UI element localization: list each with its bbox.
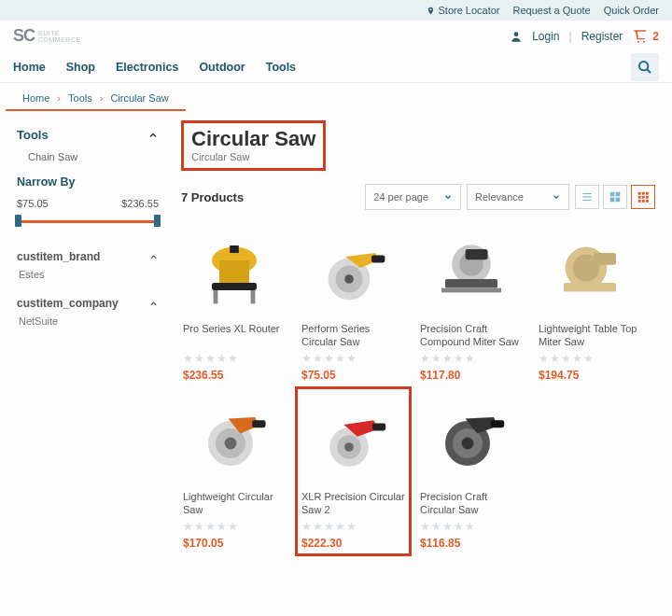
- product-card[interactable]: Lightweight Circular Saw ★★★★★ $170.05: [181, 391, 288, 552]
- nav-home[interactable]: Home: [13, 61, 46, 74]
- product-card[interactable]: Pro Series XL Router ★★★★★ $236.55: [181, 223, 288, 384]
- per-page-select[interactable]: 24 per page: [365, 184, 461, 210]
- svg-point-44: [344, 442, 354, 452]
- login-link[interactable]: Login: [532, 30, 559, 43]
- product-card[interactable]: XLR Precision Circular Saw 2 ★★★★★ $222.…: [300, 391, 407, 552]
- product-card[interactable]: Precision Craft Circular Saw ★★★★★ $116.…: [418, 391, 525, 552]
- svg-rect-9: [616, 198, 621, 203]
- nav-outdoor[interactable]: Outdoor: [199, 61, 245, 74]
- svg-rect-7: [616, 192, 621, 197]
- product-card[interactable]: Lightweight Table Top Miter Saw ★★★★★ $1…: [537, 223, 644, 384]
- price-slider[interactable]: [17, 213, 159, 230]
- view-list-button[interactable]: [575, 185, 599, 209]
- user-icon: [510, 30, 523, 43]
- request-quote-link[interactable]: Request a Quote: [513, 5, 591, 16]
- slider-handle-max[interactable]: [154, 215, 161, 227]
- page-title: Circular Saw: [191, 127, 315, 151]
- price-max: $236.55: [121, 198, 159, 209]
- product-image: [420, 225, 523, 318]
- breadcrumb-home[interactable]: Home: [22, 92, 49, 104]
- product-price: $236.55: [183, 369, 287, 382]
- page-title-box: Circular Saw Circular Saw: [181, 120, 326, 171]
- rating-stars: ★★★★★: [301, 352, 405, 365]
- product-name: Precision Craft Compound Miter Saw: [420, 322, 524, 348]
- view-table-button[interactable]: [603, 185, 627, 209]
- product-card[interactable]: Precision Craft Compound Miter Saw ★★★★★…: [418, 223, 525, 384]
- svg-rect-23: [251, 290, 256, 303]
- price-min: $75.05: [17, 198, 49, 209]
- svg-rect-33: [441, 288, 501, 293]
- store-locator-link[interactable]: Store Locator: [427, 5, 499, 16]
- sort-select[interactable]: Relevance: [467, 184, 569, 210]
- rating-stars: ★★★★★: [420, 352, 524, 365]
- nav-tools[interactable]: Tools: [266, 61, 296, 74]
- rating-stars: ★★★★★: [301, 520, 405, 533]
- svg-rect-17: [642, 200, 645, 203]
- svg-rect-31: [445, 279, 497, 288]
- chevron-up-icon: [148, 299, 159, 309]
- svg-point-40: [225, 438, 237, 450]
- product-price: $116.85: [420, 537, 524, 550]
- product-name: Pro Series XL Router: [183, 322, 287, 348]
- svg-rect-15: [646, 196, 649, 199]
- product-price: $222.30: [301, 537, 405, 550]
- svg-rect-6: [610, 192, 615, 197]
- product-name: Lightweight Circular Saw: [183, 490, 287, 516]
- product-price: $170.05: [183, 537, 287, 550]
- svg-rect-22: [214, 290, 218, 303]
- facet-company-header[interactable]: custitem_company: [17, 289, 159, 314]
- cart-button[interactable]: 2: [632, 29, 659, 44]
- product-count: 7 Products: [181, 190, 244, 204]
- svg-rect-20: [219, 260, 249, 283]
- facet-brand-header[interactable]: custitem_brand: [17, 243, 159, 267]
- table-icon: [609, 190, 622, 203]
- product-grid: Pro Series XL Router ★★★★★ $236.55 Perfo…: [181, 223, 655, 552]
- sidebar-item-chainsaw[interactable]: Chain Saw: [17, 149, 159, 172]
- facet-brand-value[interactable]: Estes: [17, 267, 159, 289]
- product-image: [420, 393, 523, 486]
- breadcrumb: Home › Tools › Circular Saw: [6, 83, 186, 111]
- chevron-down-icon: [443, 192, 453, 202]
- quick-order-link[interactable]: Quick Order: [604, 5, 659, 16]
- facet-company-value[interactable]: NetSuite: [17, 314, 159, 336]
- rating-stars: ★★★★★: [539, 352, 642, 365]
- breadcrumb-circular-saw[interactable]: Circular Saw: [110, 92, 168, 104]
- breadcrumb-tools[interactable]: Tools: [68, 92, 92, 104]
- svg-rect-18: [646, 200, 649, 203]
- sidebar-tools-header[interactable]: Tools: [17, 120, 159, 149]
- chevron-down-icon: [552, 192, 561, 202]
- svg-rect-12: [646, 192, 649, 195]
- slider-handle-min[interactable]: [15, 215, 21, 227]
- svg-rect-13: [638, 196, 641, 199]
- svg-rect-11: [642, 192, 645, 195]
- map-pin-icon: [427, 6, 435, 16]
- list-icon: [581, 190, 594, 203]
- nav-electronics[interactable]: Electronics: [116, 61, 178, 74]
- product-image: [301, 225, 404, 318]
- site-logo[interactable]: SC SUITECOMMERCE: [13, 26, 81, 46]
- svg-rect-41: [252, 420, 265, 427]
- rating-stars: ★★★★★: [420, 520, 524, 533]
- search-icon: [637, 60, 652, 75]
- cart-icon: [632, 29, 649, 44]
- svg-point-48: [462, 438, 474, 450]
- search-button[interactable]: [631, 53, 659, 81]
- narrow-by-label: Narrow By: [17, 172, 159, 198]
- svg-rect-36: [564, 283, 616, 292]
- svg-rect-24: [230, 245, 239, 253]
- view-grid-button[interactable]: [631, 185, 655, 209]
- nav-shop[interactable]: Shop: [66, 61, 95, 74]
- product-price: $75.05: [301, 369, 405, 382]
- svg-rect-49: [491, 420, 504, 427]
- product-card[interactable]: Perform Series Circular Saw ★★★★★ $75.05: [300, 223, 407, 384]
- svg-rect-14: [642, 196, 645, 199]
- svg-rect-28: [371, 255, 385, 262]
- chevron-up-icon: [147, 130, 159, 141]
- svg-rect-21: [212, 283, 257, 290]
- register-link[interactable]: Register: [581, 30, 623, 43]
- product-price: $117.80: [420, 369, 524, 382]
- svg-rect-8: [610, 198, 615, 203]
- svg-point-27: [344, 274, 354, 284]
- product-image: [183, 393, 286, 486]
- product-price: $194.75: [539, 369, 642, 382]
